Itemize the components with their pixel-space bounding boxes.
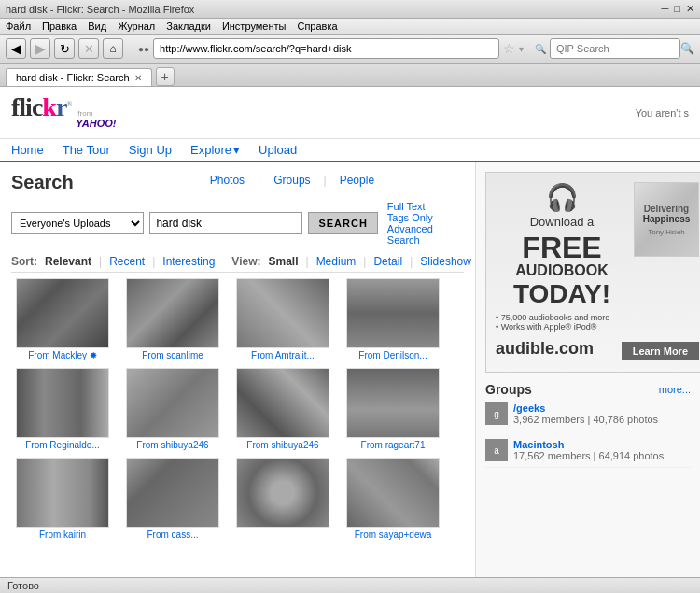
search-submit-button[interactable]: SEARCH xyxy=(308,212,377,234)
photo-thumb-6[interactable] xyxy=(236,368,329,438)
home-button[interactable]: ⌂ xyxy=(103,38,123,59)
ad-learn-more-button[interactable]: Learn More xyxy=(622,342,699,360)
photo-item-6[interactable]: From shibuya246 xyxy=(231,368,334,450)
photo-thumb-9[interactable] xyxy=(126,458,219,528)
flickr-nav: Home The Tour Sign Up Explore ▾ Upload xyxy=(0,139,700,162)
status-text: Готово xyxy=(7,580,39,591)
nav-upload[interactable]: Upload xyxy=(259,143,297,157)
forward-button[interactable]: ▶ xyxy=(30,38,50,59)
photo-item-11[interactable]: From sayap+dewa xyxy=(342,458,444,540)
tags-only-option[interactable]: Tags Only xyxy=(387,212,464,223)
search-tab-people[interactable]: People xyxy=(334,172,380,189)
nav-tour[interactable]: The Tour xyxy=(63,143,110,157)
search-section: Search Photos | Groups | People Everyone… xyxy=(11,172,464,246)
logo-from: from xyxy=(77,109,116,118)
ad-content: 🎧 Download a FREE AUDIOBOOK TODAY! Deliv… xyxy=(486,173,700,372)
menu-history[interactable]: Журнал xyxy=(118,21,155,32)
photo-caption-7: From rageart71 xyxy=(342,440,444,450)
photo-thumb-3[interactable] xyxy=(346,278,440,348)
photo-thumb-10[interactable] xyxy=(236,458,329,528)
sort-recent[interactable]: Recent xyxy=(109,255,145,268)
tab-bar: hard disk - Flickr: Search ✕ + xyxy=(0,64,700,87)
menu-help[interactable]: Справка xyxy=(297,21,337,32)
photo-caption-2: From Amtrajit... xyxy=(231,350,334,360)
photo-thumb-4[interactable] xyxy=(16,368,109,438)
photo-item-9[interactable]: From cass... xyxy=(121,458,224,540)
photo-caption-3: From Denilson... xyxy=(342,350,444,360)
search-scope-select[interactable]: Everyone's Uploads My Uploads My Contact… xyxy=(11,212,144,234)
photo-item-8[interactable]: From kairin xyxy=(11,458,114,540)
photo-caption-5: From shibuya246 xyxy=(121,440,224,450)
group-icon-1: a xyxy=(485,439,508,461)
view-medium[interactable]: Medium xyxy=(316,255,357,268)
search-tab-groups[interactable]: Groups xyxy=(268,172,315,189)
photo-caption-0: From Mackley ✸ xyxy=(11,350,114,360)
photo-item-0[interactable]: From Mackley ✸ xyxy=(11,278,114,360)
sort-interesting[interactable]: Interesting xyxy=(162,255,215,268)
advanced-search-option[interactable]: Advanced Search xyxy=(387,223,464,246)
stop-button[interactable]: ✕ xyxy=(78,38,99,59)
photo-thumb-7[interactable] xyxy=(346,368,440,438)
reload-button[interactable]: ↻ xyxy=(54,38,75,59)
ad-headline: Download a xyxy=(496,215,628,229)
full-text-option[interactable]: Full Text xyxy=(387,201,464,212)
menu-bookmarks[interactable]: Закладки xyxy=(166,21,211,32)
nav-home[interactable]: Home xyxy=(11,143,44,157)
nav-signup[interactable]: Sign Up xyxy=(129,143,172,157)
sort-label: Sort: xyxy=(11,255,37,268)
group-name-0[interactable]: /geeks xyxy=(513,402,658,414)
photo-item-7[interactable]: From rageart71 xyxy=(342,368,444,450)
menu-tools[interactable]: Инструменты xyxy=(222,21,287,32)
url-bar[interactable] xyxy=(153,38,499,59)
tab-close-button[interactable]: ✕ xyxy=(134,73,142,83)
logo-text: flickr® xyxy=(11,92,71,122)
photo-item-2[interactable]: From Amtrajit... xyxy=(231,278,334,360)
view-detail[interactable]: Detail xyxy=(373,255,402,268)
back-button[interactable]: ◀ xyxy=(6,38,26,59)
photo-caption-9: From cass... xyxy=(121,529,224,540)
ad-brand: audible.com xyxy=(496,339,594,359)
view-slideshow[interactable]: Slideshow xyxy=(420,255,471,268)
active-tab[interactable]: hard disk - Flickr: Search ✕ xyxy=(6,68,152,86)
photo-item-10[interactable] xyxy=(231,458,334,540)
menu-file[interactable]: Файл xyxy=(6,21,31,32)
menu-view[interactable]: Вид xyxy=(88,21,106,32)
search-row: Everyone's Uploads My Uploads My Contact… xyxy=(11,201,464,246)
group-stats-1: 17,562 members | 64,914 photos xyxy=(513,450,664,461)
photo-item-1[interactable]: From scanlime xyxy=(121,278,224,360)
group-icon-0: g xyxy=(485,402,508,425)
photo-thumb-2[interactable] xyxy=(236,278,329,348)
ad-today: TODAY! xyxy=(496,279,628,309)
view-label: View: xyxy=(231,255,260,268)
photo-thumb-8[interactable] xyxy=(16,458,109,528)
menu-edit[interactable]: Правка xyxy=(42,21,77,32)
photo-caption-6: From shibuya246 xyxy=(231,440,334,450)
photo-item-5[interactable]: From shibuya246 xyxy=(121,368,224,450)
search-query-input[interactable] xyxy=(149,212,302,234)
photo-item-3[interactable]: From Denilson... xyxy=(342,278,444,360)
ad-bullets: • 75,000 audiobooks and more • Works wit… xyxy=(496,313,699,332)
browser-search-input[interactable] xyxy=(550,38,680,59)
star-icon[interactable]: ☆ xyxy=(503,41,515,56)
groups-more-link[interactable]: more... xyxy=(659,384,691,395)
photo-thumb-11[interactable] xyxy=(346,458,440,528)
flickr-logo: flickr® from YAHOO! xyxy=(11,92,117,133)
sort-relevant[interactable]: Relevant xyxy=(45,255,91,268)
search-tab-photos[interactable]: Photos xyxy=(204,172,250,189)
photo-grid: From Mackley ✸ From scanlime From Amtraj… xyxy=(11,278,464,540)
photo-thumb-1[interactable] xyxy=(126,278,219,348)
left-panel: Search Photos | Groups | People Everyone… xyxy=(0,162,476,592)
ad-free: FREE xyxy=(496,233,628,262)
photo-thumb-0[interactable] xyxy=(16,278,109,348)
flickr-header: flickr® from YAHOO! You aren't s xyxy=(0,87,700,139)
tab-label: hard disk - Flickr: Search xyxy=(16,72,130,83)
new-tab-button[interactable]: + xyxy=(156,67,175,86)
group-stats-0: 3,962 members | 40,786 photos xyxy=(513,414,658,425)
photo-thumb-5[interactable] xyxy=(126,368,219,438)
browser-search-icon[interactable]: 🔍 xyxy=(680,42,694,55)
view-small[interactable]: Small xyxy=(268,255,298,268)
photo-item-4[interactable]: From Reginaldo... xyxy=(11,368,114,450)
nav-explore[interactable]: Explore ▾ xyxy=(190,143,240,157)
group-name-1[interactable]: Macintosh xyxy=(513,439,664,450)
ad-bullet1: • 75,000 audiobooks and more xyxy=(496,313,699,322)
